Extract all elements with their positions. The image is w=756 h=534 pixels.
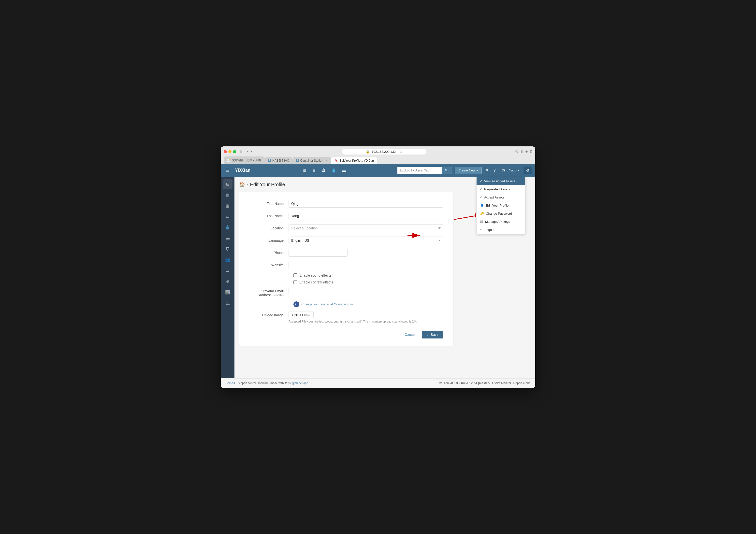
tabs-overview-btn[interactable]: ⧉ — [530, 149, 532, 154]
back-button[interactable]: ‹ — [246, 149, 249, 154]
gravatar-link-row: G Change your avatar at Gravatar.com. — [249, 301, 444, 307]
download-btn[interactable]: ⊕ — [515, 149, 518, 154]
confetti-checkbox[interactable] — [293, 280, 297, 284]
search-box: 🔍 — [397, 167, 452, 174]
last-name-input[interactable] — [288, 212, 444, 220]
dropdown-item-requested-assets[interactable]: ✓ Requested Assets — [476, 185, 525, 193]
sidebar-item-table[interactable]: ▦ — [223, 201, 232, 211]
sidebar-item-monitor[interactable]: ▭ — [223, 212, 232, 221]
tab-close-container[interactable]: ✕ — [326, 159, 328, 162]
tab-label-profile: Edit Your Profile :: YDXian — [340, 159, 374, 162]
location-label: Location — [249, 224, 288, 230]
website-input[interactable] — [288, 261, 444, 269]
sidebar-toggle-btn[interactable]: ⊟ — [238, 149, 244, 154]
dropdown-item-edit-profile[interactable]: 👤 Edit Your Profile — [476, 201, 525, 210]
sidebar-item-water[interactable]: 💧 — [223, 222, 232, 232]
sound-checkbox[interactable] — [293, 273, 297, 277]
select-file-btn[interactable]: Select File... — [288, 311, 313, 318]
gravatar-control — [288, 287, 444, 295]
website-label: Website — [249, 261, 288, 267]
sidebar-item-dashboard[interactable]: ⊞ — [223, 179, 232, 189]
phone-input[interactable] — [288, 249, 347, 257]
barcode-icon-btn[interactable]: ▦ — [300, 166, 309, 174]
manual-link[interactable]: User's Manual — [492, 381, 511, 385]
sidebar-item-laptop[interactable]: 💻 — [223, 298, 232, 308]
layout-icon-btn[interactable]: ▬ — [340, 167, 348, 174]
tab-container[interactable]: 1 Container Station ✕ — [292, 157, 331, 164]
tab-profile[interactable]: 🔖 Edit Your Profile :: YDXian — [331, 157, 377, 164]
language-select[interactable]: English, US — [288, 237, 444, 244]
breadcrumb-home[interactable]: 🏠 — [239, 182, 245, 187]
tab-nas[interactable]: 1 NAS5878AC — [265, 157, 293, 164]
sidebar: ⊞ ▤ ▦ ▭ 💧 ▬ 🖼 👥 ☁ ⚙ 📊 💻 — [221, 177, 234, 378]
help-btn[interactable]: ? — [492, 167, 497, 174]
address-bar[interactable]: 🔒 192.168.200.132 ↻ — [342, 149, 426, 155]
gravatar-row: Gravatar Email Address (Private) — [249, 287, 444, 297]
dropdown-item-manage-api[interactable]: 🏛 Manage API keys — [476, 217, 525, 226]
footer-text: is open source software, made with ❤ by — [237, 381, 292, 385]
upload-label: Upload Image — [249, 311, 288, 317]
phone-label: Phone — [249, 249, 288, 255]
first-name-label: First Name — [249, 200, 288, 206]
sidebar-item-storage[interactable]: ▬ — [223, 233, 232, 243]
menu-toggle-btn[interactable]: ☰ — [224, 166, 231, 175]
api-icon: 🏛 — [480, 220, 483, 223]
dropdown-item-logout[interactable]: ↪ Logout — [476, 226, 525, 234]
cancel-button[interactable]: Cancel — [401, 331, 419, 339]
sidebar-item-users[interactable]: 👥 — [223, 255, 232, 265]
dropdown-label-view-assets: View Assigned Assets — [484, 179, 515, 183]
dropdown-item-view-assets[interactable]: ✓ View Assigned Assets — [476, 177, 525, 185]
image-icon-btn[interactable]: 🖼 — [319, 167, 328, 174]
close-button[interactable] — [224, 150, 227, 153]
website-control — [288, 261, 444, 269]
new-tab-btn[interactable]: + — [526, 149, 528, 154]
sidebar-item-settings[interactable]: ⚙ — [223, 277, 232, 286]
breadcrumb-separator: › — [247, 182, 248, 187]
security-icon: 🔒 — [366, 150, 370, 154]
gravatar-link[interactable]: Change your avatar at Gravatar.com. — [301, 302, 354, 306]
tab-article[interactable]: 📝 文章编辑 - 是羊刀仙啊 — [224, 157, 265, 164]
user-menu-btn[interactable]: Qing Yang ▾ — [499, 167, 522, 174]
snipeitapp-link[interactable]: @snipeitapp. — [292, 381, 309, 385]
footer-right: Version v8.0.3 – build 17154 (master) Us… — [439, 381, 530, 385]
box-icon-btn[interactable]: ⊞ — [310, 166, 318, 174]
share-btn[interactable]: ⬆ — [520, 149, 524, 154]
create-caret: ▾ — [476, 168, 478, 172]
check-view-assets: ✓ — [480, 180, 482, 183]
minimize-button[interactable] — [228, 150, 231, 153]
confetti-label: Enable confetti effects — [299, 280, 333, 284]
dropdown-label-accept: Accept Assets — [484, 195, 504, 199]
location-select[interactable]: Select a Location — [288, 224, 444, 232]
sidebar-item-cloud[interactable]: ☁ — [223, 266, 232, 276]
sidebar-item-barcode[interactable]: ▤ — [223, 190, 232, 200]
sidebar-item-reports[interactable]: 📊 — [223, 287, 232, 297]
create-new-btn[interactable]: Create New ▾ — [455, 167, 482, 174]
dropdown-item-accept-assets[interactable]: ✓ Accept Assets — [476, 193, 525, 201]
key-icon: 🔑 — [480, 212, 484, 216]
upload-hint: Accepted Filetypes are jpg, webp, png, g… — [288, 320, 444, 323]
droplet-icon-btn[interactable]: 💧 — [329, 166, 339, 174]
first-name-row: First Name — [249, 200, 444, 208]
snipeit-link[interactable]: Snipe-IT — [226, 381, 237, 385]
dropdown-label-logout: Logout — [485, 228, 495, 232]
upload-row: Upload Image Select File... Accepted Fil… — [249, 311, 444, 323]
search-submit-btn[interactable]: 🔍 — [442, 167, 452, 174]
location-control: Select a Location — [288, 224, 444, 232]
first-name-input[interactable] — [288, 200, 444, 208]
forward-button[interactable]: › — [250, 149, 253, 154]
flag-btn[interactable]: ⚑ — [484, 166, 490, 174]
sidebar-item-image[interactable]: 🖼 — [223, 244, 232, 254]
brand-link[interactable]: YDXian — [235, 168, 251, 173]
dropdown-label-requested: Requested Assets — [484, 188, 510, 191]
settings-btn[interactable]: ⚙ — [524, 166, 532, 174]
logout-icon: ↪ — [480, 228, 483, 232]
dropdown-label-api: Manage API keys — [485, 220, 510, 223]
confetti-row: Enable confetti effects — [249, 280, 444, 284]
search-input[interactable] — [397, 167, 442, 174]
gravatar-input[interactable] — [288, 287, 444, 295]
bug-link[interactable]: Report a bug — [513, 381, 530, 385]
save-button[interactable]: ✓ Save — [422, 331, 444, 339]
language-label: Language — [249, 237, 288, 242]
dropdown-item-change-password[interactable]: 🔑 Change Password — [476, 210, 525, 217]
maximize-button[interactable] — [233, 150, 236, 153]
